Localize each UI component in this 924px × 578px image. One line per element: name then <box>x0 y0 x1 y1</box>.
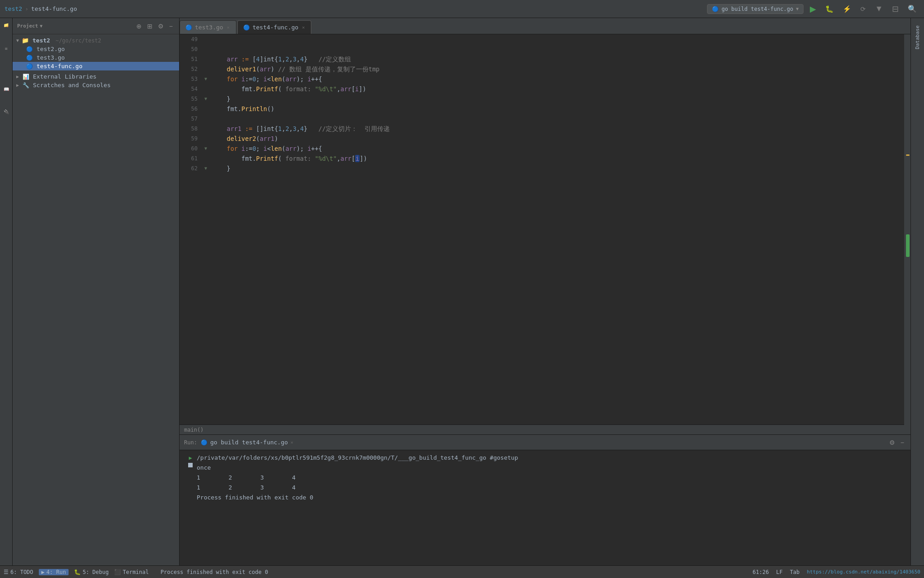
scrollbar-gutter[interactable] <box>904 34 910 434</box>
sidebar-item-project[interactable]: 📁 <box>0 20 12 32</box>
bottom-bar-left: ☰ 6: TODO ▶ 4: Run 🐛 5: Debug ⬛ Terminal <box>4 569 149 575</box>
fold-icon[interactable]: ▼ <box>204 74 207 84</box>
fold-gutter[interactable]: ▼ <box>202 144 209 154</box>
line-number: 61 <box>180 154 202 163</box>
code-line-62: 62 ▼ } <box>180 163 904 173</box>
coverage-button[interactable]: ⚡ <box>840 4 854 14</box>
todo-button[interactable]: ☰ 6: TODO <box>4 569 33 575</box>
settings-button[interactable]: ⚙ <box>156 22 166 31</box>
run-tab[interactable]: 🔵 go build test4-func.go ✕ <box>201 439 293 446</box>
code-content: } <box>209 94 904 104</box>
active-tab-close-icon[interactable]: ✕ <box>301 25 305 30</box>
terminal-label: Terminal <box>123 569 149 575</box>
play-icon: ▶ <box>189 453 192 463</box>
line-endings[interactable]: LF <box>776 569 782 575</box>
code-line-49: 49 <box>180 34 904 44</box>
profile-button[interactable]: ⟳ <box>858 5 869 14</box>
project-label: Project <box>17 23 38 29</box>
indent-type[interactable]: Tab <box>790 569 800 575</box>
tab-test3go[interactable]: 🔵 test3.go ✕ <box>180 20 236 34</box>
active-tab-label: test4-func.go <box>253 24 299 31</box>
code-content: arr := [4]int{1,2,3,4} //定义数组 <box>209 54 904 64</box>
run-settings-button[interactable]: ⚙ <box>887 438 897 447</box>
code-line-59: 59 deliver2(arr1) <box>180 134 904 144</box>
run-config-label: go build test4-func.go <box>721 6 793 12</box>
run-output-numbers-2: 1 2 3 4 <box>197 483 296 493</box>
cursor-position[interactable]: 61:26 <box>753 569 769 575</box>
debug-button[interactable]: 🐛 <box>822 4 836 14</box>
run-output-numbers-1: 1 2 3 4 <box>197 473 296 483</box>
tree-item-test2[interactable]: ▼ 📁 test2 ~/go/src/test2 <box>13 36 179 45</box>
line-number: 58 <box>180 124 202 134</box>
search-button[interactable]: 🔍 <box>905 4 919 14</box>
run-config-selector[interactable]: 🔵 go build test4-func.go ▼ <box>707 4 804 14</box>
file-name: test4-func.go <box>31 5 77 12</box>
folder-expand-icon: ▼ <box>16 38 19 43</box>
bottom-bar-right: 61:26 LF Tab https://blog.csdn.net/abaix… <box>753 569 920 575</box>
url-text[interactable]: https://blog.csdn.net/abaixing/1403650 <box>807 569 920 575</box>
run-tab-label: go build test4-func.go <box>210 439 288 446</box>
stop-icon <box>188 463 193 467</box>
run-stop-gutter <box>184 463 197 467</box>
sidebar-item-plugins[interactable]: 🔌 <box>0 106 12 117</box>
run-output-line-1: 1 2 3 4 <box>180 473 910 483</box>
plugins-icon: 🔌 <box>4 109 9 114</box>
external-libs-label: External Libraries <box>33 73 97 80</box>
run-button[interactable]: ▶ <box>807 3 819 15</box>
project-name[interactable]: test2 <box>5 5 22 12</box>
code-content: deliver1(arr) // 数组 是值传递，复制了一份tmp <box>209 64 904 74</box>
code-content: fmt.Println() <box>209 104 904 114</box>
main-area: 📁 ≡ 📖 🔌 Project ▼ ⊕ ⊞ ⚙ − <box>0 18 924 565</box>
more-run-button[interactable]: ▼ <box>872 3 886 14</box>
code-content: for i:=0; i<len(arr); i++{ <box>209 144 904 154</box>
run-output-exit-text: Process finished with exit code 0 <box>197 493 313 503</box>
add-content-button[interactable]: ⊕ <box>134 22 143 31</box>
tree-item-label: test3.go <box>37 54 65 61</box>
tree-item-scratches[interactable]: ▶ 🔧 Scratches and Consoles <box>13 81 179 89</box>
fold-gutter[interactable]: ▼ <box>202 94 209 104</box>
status-text: Process finished with exit code 0 <box>161 569 268 575</box>
layout-button[interactable]: ⊞ <box>145 22 154 31</box>
tree-item-external-libs[interactable]: ▶ 📊 External Libraries <box>13 72 179 81</box>
tab-test4funcgo[interactable]: 🔵 test4-func.go ✕ <box>237 20 312 34</box>
line-number: 60 <box>180 144 202 154</box>
split-button[interactable]: ⊟ <box>889 3 901 15</box>
fold-icon[interactable]: ▼ <box>204 144 207 154</box>
tab-label: test3.go <box>195 24 223 31</box>
tab-close-icon[interactable]: ✕ <box>226 25 231 30</box>
title-bar: test2 › test4-func.go 🔵 go build test4-f… <box>0 0 924 18</box>
code-content: deliver2(arr1) <box>209 134 904 144</box>
fold-icon[interactable]: ▼ <box>204 94 207 104</box>
project-panel-title: Project ▼ <box>17 23 42 29</box>
run-minimize-button[interactable]: − <box>899 438 906 447</box>
editor-tabs: 🔵 test3.go ✕ 🔵 test4-func.go ✕ <box>180 18 910 34</box>
run-panel-actions: ⚙ − <box>887 438 906 447</box>
sidebar-item-learn[interactable]: 📖 <box>0 83 12 95</box>
line-number: 49 <box>180 34 202 44</box>
terminal-button[interactable]: ⬛ Terminal <box>114 569 149 575</box>
minimize-panel-button[interactable]: − <box>167 22 175 31</box>
database-label: Database <box>915 25 920 49</box>
breadcrumb-text: main() <box>184 427 203 433</box>
fold-gutter[interactable]: ▼ <box>202 163 209 173</box>
fold-gutter[interactable]: ▼ <box>202 74 209 84</box>
run-output: ▶ /private/var/folders/xs/b0ptlr591m5f2g… <box>180 450 910 565</box>
panel-header-actions: ⊕ ⊞ ⚙ − <box>134 22 175 31</box>
code-area[interactable]: 49 50 51 arr := [4]int{1,2, <box>180 34 904 434</box>
sidebar-item-structure[interactable]: ≡ <box>0 42 12 54</box>
run-bottom-icon: ▶ <box>42 569 45 575</box>
tree-item-test4funcgo[interactable]: 🔵 test4-func.go <box>13 62 179 70</box>
debug-bottom-button[interactable]: 🐛 5: Debug <box>74 569 109 575</box>
go-file-icon: 🔵 <box>26 46 33 52</box>
breadcrumb: test2 › test4-func.go <box>5 5 77 12</box>
scroll-marker-modified <box>906 234 910 257</box>
tree-item-test3go[interactable]: 🔵 test3.go <box>13 53 179 62</box>
tree-item-test2go[interactable]: 🔵 test2.go <box>13 45 179 53</box>
fold-icon[interactable]: ▼ <box>204 163 207 173</box>
project-panel: Project ▼ ⊕ ⊞ ⚙ − ▼ 📁 test2 ~/go/src/tes… <box>13 18 180 565</box>
run-tab-icon: 🔵 <box>201 439 208 446</box>
run-bottom-button[interactable]: ▶ 4: Run <box>39 569 69 575</box>
sidebar-tab-database[interactable]: Database <box>913 22 922 53</box>
run-tab-close-icon[interactable]: ✕ <box>291 440 293 445</box>
line-number: 57 <box>180 114 202 124</box>
